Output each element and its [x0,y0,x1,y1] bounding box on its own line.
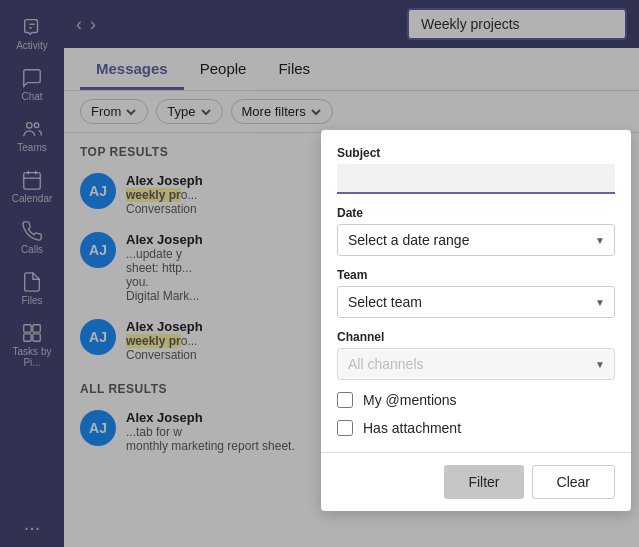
team-select[interactable]: Select team [337,286,615,318]
channel-label: Channel [337,330,615,344]
filter-modal: Subject Date Select a date range Today T… [321,130,631,511]
mentions-label[interactable]: My @mentions [363,392,457,408]
date-field-group: Date Select a date range Today This week… [337,206,615,256]
team-select-wrapper: Select team [337,286,615,318]
clear-button[interactable]: Clear [532,465,615,499]
attachment-checkbox-row: Has attachment [337,420,615,436]
team-label: Team [337,268,615,282]
team-field-group: Team Select team [337,268,615,318]
date-select-wrapper: Select a date range Today This week This… [337,224,615,256]
subject-field-group: Subject [337,146,615,194]
subject-label: Subject [337,146,615,160]
mentions-checkbox-row: My @mentions [337,392,615,408]
channel-select[interactable]: All channels [337,348,615,380]
modal-overlay: Subject Date Select a date range Today T… [0,0,639,547]
channel-select-wrapper: All channels [337,348,615,380]
attachment-checkbox[interactable] [337,420,353,436]
date-label: Date [337,206,615,220]
filter-button[interactable]: Filter [444,465,523,499]
mentions-checkbox[interactable] [337,392,353,408]
date-select[interactable]: Select a date range Today This week This… [337,224,615,256]
subject-input[interactable] [337,164,615,194]
modal-body: Subject Date Select a date range Today T… [321,130,631,452]
channel-field-group: Channel All channels [337,330,615,380]
attachment-label[interactable]: Has attachment [363,420,461,436]
modal-footer: Filter Clear [321,452,631,511]
